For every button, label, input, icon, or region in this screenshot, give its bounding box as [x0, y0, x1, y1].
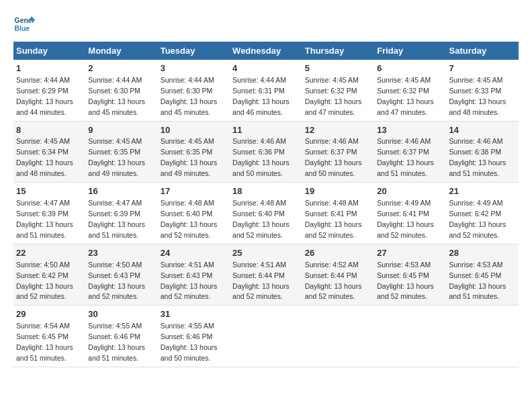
- day-info: Sunrise: 4:45 AMSunset: 6:33 PMDaylight:…: [449, 76, 506, 116]
- day-cell: [230, 306, 302, 367]
- day-info: Sunrise: 4:53 AMSunset: 6:45 PMDaylight:…: [377, 261, 434, 301]
- day-number: 17: [161, 185, 227, 198]
- day-cell: [302, 306, 374, 367]
- header-row: SundayMondayTuesdayWednesdayThursdayFrid…: [13, 42, 519, 60]
- day-number: 5: [305, 62, 371, 75]
- day-number: 23: [88, 247, 154, 260]
- day-cell: 10Sunrise: 4:45 AMSunset: 6:35 PMDayligh…: [158, 121, 230, 183]
- day-number: 2: [88, 62, 154, 75]
- day-cell: 20Sunrise: 4:49 AMSunset: 6:41 PMDayligh…: [374, 183, 446, 244]
- day-cell: 13Sunrise: 4:46 AMSunset: 6:37 PMDayligh…: [374, 121, 446, 183]
- col-header-saturday: Saturday: [447, 42, 519, 60]
- svg-text:Blue: Blue: [15, 25, 30, 32]
- day-info: Sunrise: 4:53 AMSunset: 6:45 PMDaylight:…: [449, 261, 506, 301]
- day-number: 3: [161, 62, 227, 75]
- day-info: Sunrise: 4:45 AMSunset: 6:35 PMDaylight:…: [88, 137, 145, 177]
- day-info: Sunrise: 4:48 AMSunset: 6:40 PMDaylight:…: [232, 199, 290, 239]
- day-number: 20: [377, 185, 443, 198]
- calendar-table: SundayMondayTuesdayWednesdayThursdayFrid…: [13, 42, 519, 367]
- day-cell: 8Sunrise: 4:45 AMSunset: 6:34 PMDaylight…: [13, 121, 85, 183]
- day-cell: 4Sunrise: 4:44 AMSunset: 6:31 PMDaylight…: [230, 60, 302, 121]
- day-info: Sunrise: 4:44 AMSunset: 6:30 PMDaylight:…: [161, 76, 218, 116]
- day-info: Sunrise: 4:44 AMSunset: 6:30 PMDaylight:…: [88, 76, 145, 116]
- day-info: Sunrise: 4:55 AMSunset: 6:46 PMDaylight:…: [161, 322, 218, 362]
- day-info: Sunrise: 4:54 AMSunset: 6:45 PMDaylight:…: [16, 322, 73, 362]
- day-info: Sunrise: 4:55 AMSunset: 6:46 PMDaylight:…: [88, 322, 145, 362]
- day-info: Sunrise: 4:52 AMSunset: 6:44 PMDaylight:…: [305, 261, 362, 301]
- day-info: Sunrise: 4:44 AMSunset: 6:31 PMDaylight:…: [232, 76, 290, 116]
- day-number: 7: [449, 62, 517, 75]
- day-cell: 12Sunrise: 4:46 AMSunset: 6:37 PMDayligh…: [302, 121, 374, 183]
- day-number: 22: [16, 247, 83, 260]
- week-row-2: 8Sunrise: 4:45 AMSunset: 6:34 PMDaylight…: [13, 121, 519, 183]
- day-number: 31: [161, 308, 227, 321]
- day-info: Sunrise: 4:50 AMSunset: 6:42 PMDaylight:…: [16, 261, 73, 301]
- day-info: Sunrise: 4:46 AMSunset: 6:38 PMDaylight:…: [449, 137, 506, 177]
- day-number: 26: [305, 247, 371, 260]
- day-cell: 27Sunrise: 4:53 AMSunset: 6:45 PMDayligh…: [374, 244, 446, 306]
- day-number: 15: [16, 185, 83, 198]
- day-number: 4: [232, 62, 300, 75]
- col-header-tuesday: Tuesday: [158, 42, 230, 60]
- day-cell: 6Sunrise: 4:45 AMSunset: 6:32 PMDaylight…: [374, 60, 446, 121]
- day-number: 9: [88, 124, 154, 137]
- day-cell: 31Sunrise: 4:55 AMSunset: 6:46 PMDayligh…: [158, 306, 230, 367]
- day-number: 24: [161, 247, 227, 260]
- day-cell: 14Sunrise: 4:46 AMSunset: 6:38 PMDayligh…: [447, 121, 519, 183]
- col-header-sunday: Sunday: [13, 42, 85, 60]
- day-info: Sunrise: 4:48 AMSunset: 6:40 PMDaylight:…: [161, 199, 218, 239]
- day-cell: 30Sunrise: 4:55 AMSunset: 6:46 PMDayligh…: [85, 306, 157, 367]
- day-number: 21: [449, 185, 517, 198]
- week-row-4: 22Sunrise: 4:50 AMSunset: 6:42 PMDayligh…: [13, 244, 519, 306]
- col-header-friday: Friday: [374, 42, 446, 60]
- week-row-3: 15Sunrise: 4:47 AMSunset: 6:39 PMDayligh…: [13, 183, 519, 244]
- day-info: Sunrise: 4:45 AMSunset: 6:32 PMDaylight:…: [377, 76, 434, 116]
- day-cell: [447, 306, 519, 367]
- day-cell: 29Sunrise: 4:54 AMSunset: 6:45 PMDayligh…: [13, 306, 85, 367]
- day-cell: 9Sunrise: 4:45 AMSunset: 6:35 PMDaylight…: [85, 121, 157, 183]
- day-number: 13: [377, 124, 443, 137]
- day-cell: 15Sunrise: 4:47 AMSunset: 6:39 PMDayligh…: [13, 183, 85, 244]
- day-cell: 24Sunrise: 4:51 AMSunset: 6:43 PMDayligh…: [158, 244, 230, 306]
- logo-icon: General Blue: [13, 13, 35, 35]
- col-header-wednesday: Wednesday: [230, 42, 302, 60]
- day-number: 12: [305, 124, 371, 137]
- day-number: 19: [305, 185, 371, 198]
- day-cell: 22Sunrise: 4:50 AMSunset: 6:42 PMDayligh…: [13, 244, 85, 306]
- day-cell: 25Sunrise: 4:51 AMSunset: 6:44 PMDayligh…: [230, 244, 302, 306]
- day-number: 27: [377, 247, 443, 260]
- header: General Blue: [13, 13, 519, 35]
- day-number: 16: [88, 185, 154, 198]
- day-info: Sunrise: 4:49 AMSunset: 6:41 PMDaylight:…: [377, 199, 434, 239]
- day-cell: 2Sunrise: 4:44 AMSunset: 6:30 PMDaylight…: [85, 60, 157, 121]
- day-cell: 19Sunrise: 4:48 AMSunset: 6:41 PMDayligh…: [302, 183, 374, 244]
- day-cell: [374, 306, 446, 367]
- day-info: Sunrise: 4:45 AMSunset: 6:34 PMDaylight:…: [16, 137, 73, 177]
- day-info: Sunrise: 4:47 AMSunset: 6:39 PMDaylight:…: [88, 199, 145, 239]
- week-row-1: 1Sunrise: 4:44 AMSunset: 6:29 PMDaylight…: [13, 60, 519, 121]
- day-cell: 3Sunrise: 4:44 AMSunset: 6:30 PMDaylight…: [158, 60, 230, 121]
- day-number: 28: [449, 247, 517, 260]
- day-info: Sunrise: 4:51 AMSunset: 6:44 PMDaylight:…: [232, 261, 290, 301]
- day-info: Sunrise: 4:48 AMSunset: 6:41 PMDaylight:…: [305, 199, 362, 239]
- day-info: Sunrise: 4:44 AMSunset: 6:29 PMDaylight:…: [16, 76, 73, 116]
- day-info: Sunrise: 4:45 AMSunset: 6:32 PMDaylight:…: [305, 76, 362, 116]
- day-cell: 18Sunrise: 4:48 AMSunset: 6:40 PMDayligh…: [230, 183, 302, 244]
- logo: General Blue: [13, 13, 38, 35]
- day-info: Sunrise: 4:47 AMSunset: 6:39 PMDaylight:…: [16, 199, 73, 239]
- day-cell: 26Sunrise: 4:52 AMSunset: 6:44 PMDayligh…: [302, 244, 374, 306]
- day-number: 11: [232, 124, 300, 137]
- day-number: 18: [232, 185, 300, 198]
- day-cell: 11Sunrise: 4:46 AMSunset: 6:36 PMDayligh…: [230, 121, 302, 183]
- day-number: 6: [377, 62, 443, 75]
- day-info: Sunrise: 4:51 AMSunset: 6:43 PMDaylight:…: [161, 261, 218, 301]
- day-cell: 1Sunrise: 4:44 AMSunset: 6:29 PMDaylight…: [13, 60, 85, 121]
- day-number: 14: [449, 124, 517, 137]
- day-info: Sunrise: 4:49 AMSunset: 6:42 PMDaylight:…: [449, 199, 506, 239]
- day-number: 25: [232, 247, 300, 260]
- week-row-5: 29Sunrise: 4:54 AMSunset: 6:45 PMDayligh…: [13, 306, 519, 367]
- day-info: Sunrise: 4:45 AMSunset: 6:35 PMDaylight:…: [161, 137, 218, 177]
- day-number: 30: [88, 308, 154, 321]
- day-info: Sunrise: 4:46 AMSunset: 6:37 PMDaylight:…: [305, 137, 362, 177]
- col-header-monday: Monday: [85, 42, 157, 60]
